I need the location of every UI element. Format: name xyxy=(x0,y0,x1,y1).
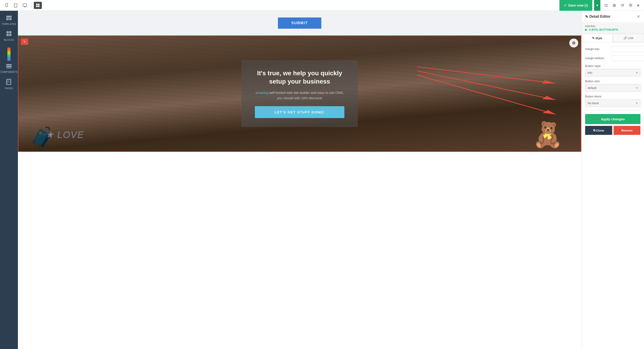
pages-icon xyxy=(6,79,12,86)
phone-preview-btn[interactable]: ⟳ xyxy=(619,2,626,9)
hero-edit-button[interactable]: ✎ xyxy=(21,39,28,45)
apply-changes-button[interactable]: Apply changes xyxy=(585,114,640,124)
button-size-select-wrapper: xs sm default lg ▼ xyxy=(585,84,640,92)
remove-button[interactable]: Remove xyxy=(614,126,641,135)
tablet-preview-btn[interactable]: ⊞ xyxy=(610,2,618,9)
edit-icon: ✎ xyxy=(585,15,588,19)
panel-header: ✎ Detail Editor ✕ xyxy=(582,11,644,23)
editing-value: ▶ A.BTN, BUTTON.BTN xyxy=(585,28,640,31)
svg-rect-17 xyxy=(6,66,12,67)
margin-bottom-label: margin-bottom: xyxy=(585,57,610,60)
svg-rect-12 xyxy=(6,31,9,33)
svg-rect-10 xyxy=(6,18,9,20)
svg-rect-15 xyxy=(9,34,12,36)
canvas-inner: SUBMIT ✎ ⚙ 🧳 🧸 ★ LOVE xyxy=(18,11,581,349)
pages-label: PAGES xyxy=(5,87,13,90)
save-now-button[interactable]: ✓ Save now (!) xyxy=(560,0,592,11)
panel-title: ✎ Detail Editor xyxy=(585,15,610,19)
svg-rect-18 xyxy=(6,68,12,68)
checkmark-icon: ✓ xyxy=(564,3,567,8)
panel-divider xyxy=(585,110,640,110)
hero-title: It's true, we help you quickly setup you… xyxy=(255,69,344,86)
clone-button[interactable]: ⧉ Clone xyxy=(585,126,612,135)
detail-editor-panel: ✎ Detail Editor ✕ EDITING: ▶ A.BTN, BUTT… xyxy=(581,11,644,349)
color-palette xyxy=(8,48,10,61)
phone-icon-btn[interactable] xyxy=(3,2,11,9)
svg-rect-11 xyxy=(9,18,12,20)
tablet-portrait-btn[interactable] xyxy=(12,2,20,9)
sidebar-item-blocks[interactable]: BLOCKS xyxy=(0,28,18,44)
device-icons xyxy=(3,2,42,9)
components-label: COMPONENTS xyxy=(0,71,18,73)
link-icon: 🔗 xyxy=(624,36,627,40)
margin-top-row: margin-top: px xyxy=(585,46,640,52)
hero-content: It's true, we help you quickly setup you… xyxy=(18,36,581,151)
margin-bottom-input[interactable] xyxy=(612,55,644,61)
button-block-select[interactable]: No block Block xyxy=(585,100,640,107)
bear-decoration: 🧸 xyxy=(532,120,563,149)
svg-rect-14 xyxy=(6,34,9,36)
button-style-select-wrapper: default primary success info warning dan… xyxy=(585,69,640,76)
love-star: ★ LOVE xyxy=(45,129,84,140)
svg-rect-16 xyxy=(6,64,12,65)
tab-style[interactable]: ✎ Style xyxy=(582,34,613,42)
button-block-label: Button block: xyxy=(585,95,640,98)
hero-subtitle: amazing self-hosted web site builder and… xyxy=(255,90,344,101)
button-size-label: Button size: xyxy=(585,80,640,83)
action-row: ⧉ Clone Remove xyxy=(585,126,640,135)
submit-section: SUBMIT xyxy=(18,11,581,35)
margin-bottom-row: margin-bottom: px xyxy=(585,55,640,61)
clone-icon: ⧉ xyxy=(593,129,595,132)
right-icons: ⊡ ⊞ ⟳ ⧉ ▾ xyxy=(602,2,641,9)
button-style-select[interactable]: default primary success info warning dan… xyxy=(585,69,640,76)
hero-cta-button[interactable]: LET'S GET STUFF DONE! xyxy=(255,106,344,118)
left-sidebar: TEMPLATES BLOCKS COMPONENTS PAGES xyxy=(0,11,18,349)
desktop-preview-btn[interactable]: ⊡ xyxy=(602,2,610,9)
more-options-btn[interactable]: ▾ xyxy=(635,2,641,9)
grid-view-btn[interactable] xyxy=(34,2,42,9)
button-style-label: Button style: xyxy=(585,64,640,68)
svg-rect-5 xyxy=(36,4,38,5)
components-icon xyxy=(6,64,12,70)
hero-section: ✎ ⚙ 🧳 🧸 ★ LOVE xyxy=(18,35,581,152)
blocks-label: BLOCKS xyxy=(4,39,14,41)
desktop-btn[interactable] xyxy=(20,2,29,9)
tab-link[interactable]: 🔗 Link xyxy=(613,34,644,42)
panel-tabs: ✎ Style 🔗 Link xyxy=(582,34,644,42)
templates-icon xyxy=(6,15,12,22)
save-label: Save now (!) xyxy=(568,3,588,7)
svg-rect-7 xyxy=(36,5,38,7)
templates-label: TEMPLATES xyxy=(2,23,16,25)
editing-arrow-icon: ▶ xyxy=(585,28,588,31)
main-layout: TEMPLATES BLOCKS COMPONENTS PAGES xyxy=(0,11,644,349)
hero-subtitle-link[interactable]: amazing xyxy=(256,91,268,95)
topbar: ✓ Save now (!) ▾ ⊡ ⊞ ⟳ ⧉ ▾ xyxy=(0,0,644,11)
editing-bar: EDITING: ▶ A.BTN, BUTTON.BTN xyxy=(582,23,644,34)
svg-rect-8 xyxy=(38,5,40,7)
sidebar-item-pages[interactable]: PAGES xyxy=(0,76,18,92)
editing-label: EDITING: xyxy=(585,25,640,28)
style-icon: ✎ xyxy=(592,37,594,40)
svg-rect-9 xyxy=(6,16,12,18)
hero-settings-button[interactable]: ⚙ xyxy=(569,39,578,48)
svg-rect-13 xyxy=(9,31,12,33)
button-size-select[interactable]: xs sm default lg xyxy=(585,84,640,92)
external-link-btn[interactable]: ⧉ xyxy=(627,2,634,9)
svg-point-3 xyxy=(16,7,16,7)
canvas-area[interactable]: SUBMIT ✎ ⚙ 🧳 🧸 ★ LOVE xyxy=(18,11,581,349)
svg-rect-6 xyxy=(38,4,40,5)
sidebar-item-templates[interactable]: TEMPLATES xyxy=(0,13,18,28)
svg-point-1 xyxy=(6,6,7,6)
button-block-select-wrapper: No block Block ▼ xyxy=(585,100,640,107)
panel-close-button[interactable]: ✕ xyxy=(636,14,640,19)
margin-top-input[interactable] xyxy=(612,46,644,52)
panel-body: margin-top: px margin-bottom: px Button … xyxy=(582,42,644,349)
blocks-icon xyxy=(6,31,12,38)
hero-text-box: It's true, we help you quickly setup you… xyxy=(242,60,358,127)
hero-subtitle-text: self-hosted web site builder and easy to… xyxy=(269,91,344,100)
sidebar-item-components[interactable]: COMPONENTS xyxy=(0,44,18,76)
svg-rect-4 xyxy=(23,4,27,6)
margin-top-label: margin-top: xyxy=(585,47,610,51)
save-dropdown-btn[interactable]: ▾ xyxy=(594,0,600,11)
submit-button[interactable]: SUBMIT xyxy=(278,18,321,29)
